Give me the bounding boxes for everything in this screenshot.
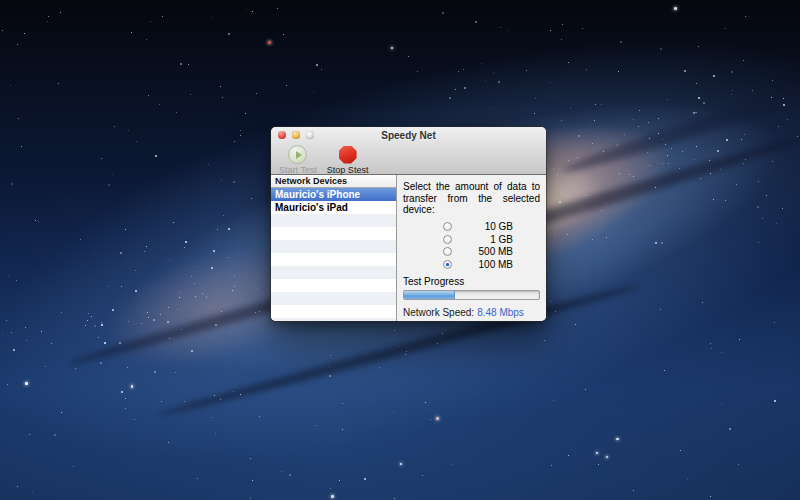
radio-option-500-mb[interactable]: 500 MB [443, 246, 540, 259]
device-list-pane: Network Devices Mauricio's iPhoneMaurici… [271, 175, 397, 321]
stop-test-button[interactable]: Stop Stest [327, 145, 369, 175]
radio-label: 1 GB [461, 234, 513, 245]
toolbar: Start Test Stop Stest [271, 143, 546, 174]
start-test-button[interactable]: Start Test [279, 145, 317, 175]
network-speed-label: Network Speed: [403, 307, 474, 318]
device-row-empty [271, 279, 396, 292]
speedy-net-window: Speedy Net Start Test Stop Stest [271, 127, 546, 321]
window-titlebar[interactable]: Speedy Net [271, 127, 546, 143]
radio-option-10-gb[interactable]: 10 GB [443, 221, 540, 234]
window-title: Speedy Net [271, 130, 546, 141]
desktop-wallpaper: Speedy Net Start Test Stop Stest [0, 0, 800, 500]
start-test-label: Start Test [279, 165, 317, 175]
radio-option-100-mb[interactable]: 100 MB [443, 258, 540, 271]
network-speed-line: Network Speed:8.48 Mbps [403, 307, 540, 318]
galaxy-dust-lane [560, 67, 800, 178]
progress-bar [403, 290, 540, 300]
radio-label: 10 GB [461, 221, 513, 232]
latency-label: Latency: [403, 321, 441, 322]
radio-button[interactable] [443, 247, 452, 256]
radio-button[interactable] [443, 235, 452, 244]
progress-bar-fill [404, 291, 455, 299]
radio-option-1-gb[interactable]: 1 GB [443, 233, 540, 246]
device-row[interactable]: Mauricio's iPhone [271, 188, 396, 201]
stop-icon [338, 145, 357, 164]
time-value: 00:37 [526, 321, 546, 322]
latency-time-line: Latency:47.63 msTime:00:37 [403, 321, 540, 322]
stop-test-label: Stop Stest [327, 165, 369, 175]
device-row-empty [271, 292, 396, 305]
radio-label: 500 MB [461, 246, 513, 257]
time-label: Time: [498, 321, 523, 322]
radio-button[interactable] [443, 222, 452, 231]
device-row-empty [271, 305, 396, 318]
device-row-empty [271, 266, 396, 279]
device-list-header: Network Devices [271, 175, 396, 188]
data-amount-radio-group: 10 GB1 GB500 MB100 MB [403, 221, 540, 271]
device-row-empty [271, 318, 396, 321]
device-row[interactable]: Mauricio's iPad [271, 201, 396, 214]
device-row-empty [271, 227, 396, 240]
device-list: Mauricio's iPhoneMauricio's iPad [271, 188, 396, 321]
device-row-empty [271, 214, 396, 227]
latency-value: 47.63 ms [444, 321, 485, 322]
device-row-empty [271, 240, 396, 253]
radio-button[interactable] [443, 260, 452, 269]
window-header: Speedy Net Start Test Stop Stest [271, 127, 546, 175]
device-row-empty [271, 253, 396, 266]
network-speed-value: 8.48 Mbps [477, 307, 524, 318]
test-progress-label: Test Progress [403, 276, 540, 287]
settings-pane: Select the amount of data to transfer fr… [397, 175, 546, 321]
instruction-text: Select the amount of data to transfer fr… [403, 181, 540, 216]
window-content: Network Devices Mauricio's iPhoneMaurici… [271, 175, 546, 321]
radio-label: 100 MB [461, 259, 513, 270]
play-icon [288, 145, 307, 164]
